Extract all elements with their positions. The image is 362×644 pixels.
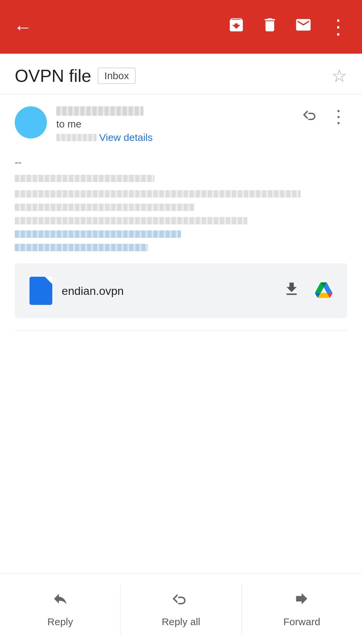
view-details-row: View details <box>56 132 294 143</box>
body-line-6-blue <box>15 244 148 251</box>
reply-button[interactable]: Reply <box>0 574 120 644</box>
body-line-3 <box>15 204 194 211</box>
sender-name-blurred <box>56 106 143 116</box>
topbar: ← ⋮ <box>0 0 362 54</box>
email-actions: ⋮ <box>303 106 347 126</box>
attachment-card: endian.ovpn <box>15 263 347 318</box>
email-subject: OVPN file <box>15 66 91 86</box>
body-line-4 <box>15 217 247 224</box>
recipient-label: to me <box>56 118 294 130</box>
bottom-spacer <box>0 331 362 415</box>
body-line-2 <box>15 190 301 198</box>
more-options-icon[interactable]: ⋮ <box>328 15 349 39</box>
email-separator: -- <box>15 157 347 168</box>
forward-label: Forward <box>283 616 320 628</box>
reply-icon <box>52 590 69 611</box>
date-blurred <box>56 134 97 141</box>
download-attachment-icon[interactable] <box>283 280 300 301</box>
sender-info: to me View details <box>56 106 294 143</box>
attachment-filename: endian.ovpn <box>62 284 274 298</box>
sender-name-row <box>56 106 294 116</box>
subject-row: OVPN file Inbox ☆ <box>0 54 362 94</box>
topbar-left: ← <box>13 16 32 38</box>
archive-icon[interactable] <box>228 16 245 38</box>
back-button[interactable]: ← <box>13 16 32 38</box>
inbox-badge: Inbox <box>98 68 135 84</box>
star-icon[interactable]: ☆ <box>331 66 347 86</box>
reply-all-label: Reply all <box>162 616 200 628</box>
reply-all-header-icon[interactable] <box>303 107 319 126</box>
email-body: -- <box>0 150 362 251</box>
view-details-link[interactable]: View details <box>99 132 153 143</box>
topbar-right: ⋮ <box>228 15 349 39</box>
subject-left: OVPN file Inbox <box>15 66 135 86</box>
body-line-1 <box>15 175 155 182</box>
mark-unread-icon[interactable] <box>295 16 312 38</box>
body-line-5-blue <box>15 230 181 238</box>
save-to-drive-icon[interactable] <box>315 281 333 300</box>
delete-icon[interactable] <box>261 16 279 38</box>
email-header: to me View details ⋮ <box>0 94 362 150</box>
forward-button[interactable]: Forward <box>242 574 362 644</box>
reply-label: Reply <box>47 616 73 628</box>
email-more-icon[interactable]: ⋮ <box>330 106 347 126</box>
reply-all-icon <box>173 590 189 611</box>
sender-avatar <box>15 106 47 139</box>
attachment-actions <box>283 280 333 301</box>
bottom-action-bar: Reply Reply all Forward <box>0 574 362 644</box>
file-icon <box>29 277 52 305</box>
forward-icon <box>293 590 310 611</box>
reply-all-button[interactable]: Reply all <box>121 574 241 644</box>
